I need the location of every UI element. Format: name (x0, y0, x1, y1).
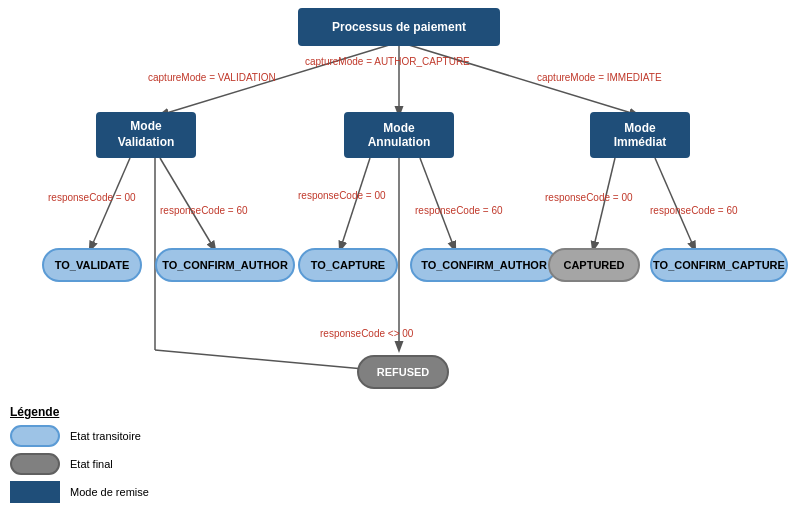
legend-blue-oval-shape (10, 425, 60, 447)
legend: Légende Etat transitoire Etat final Mode… (10, 405, 230, 509)
to-validate-node: TO_VALIDATE (42, 248, 142, 282)
svg-line-11 (155, 350, 375, 370)
to-capture-node: TO_CAPTURE (298, 248, 398, 282)
legend-item-transitoire: Etat transitoire (10, 425, 230, 447)
edge-label-resp00-3: responseCode = 00 (545, 192, 633, 203)
edge-label-resp-neq00: responseCode <> 00 (320, 328, 413, 339)
legend-item-final: Etat final (10, 453, 230, 475)
to-confirm-capture-node: TO_CONFIRM_CAPTURE (650, 248, 788, 282)
captured-node: CAPTURED (548, 248, 640, 282)
edge-label-capture-author: captureMode = AUTHOR_CAPTURE (305, 56, 470, 67)
mode-validation-node: Mode Validation (96, 112, 196, 158)
mode-immediat-node: ModeImmédiat (590, 112, 690, 158)
refused-node: REFUSED (357, 355, 449, 389)
legend-item-remise: Mode de remise (10, 481, 230, 503)
mode-annulation-node: ModeAnnulation (344, 112, 454, 158)
svg-line-3 (90, 158, 130, 250)
edge-label-resp60-2: responseCode = 60 (415, 205, 503, 216)
legend-dark-rect-shape (10, 481, 60, 503)
diagram-container: Processus de paiement Mode Validation Mo… (0, 0, 798, 420)
to-confirm-author-1-node: TO_CONFIRM_AUTHOR (155, 248, 295, 282)
svg-line-5 (340, 158, 370, 250)
edge-label-capture-immediate: captureMode = IMMEDIATE (537, 72, 662, 83)
svg-line-6 (420, 158, 455, 250)
edge-label-capture-validation: captureMode = VALIDATION (148, 72, 276, 83)
svg-line-7 (593, 158, 615, 250)
legend-title: Légende (10, 405, 230, 419)
edge-label-resp00-1: responseCode = 00 (48, 192, 136, 203)
legend-gray-oval-shape (10, 453, 60, 475)
edge-label-resp60-3: responseCode = 60 (650, 205, 738, 216)
svg-line-4 (160, 158, 215, 250)
to-confirm-author-2-node: TO_CONFIRM_AUTHOR (410, 248, 558, 282)
edge-label-resp60-1: responseCode = 60 (160, 205, 248, 216)
edge-label-resp00-2: responseCode = 00 (298, 190, 386, 201)
root-node: Processus de paiement (298, 8, 500, 46)
svg-line-8 (655, 158, 695, 250)
